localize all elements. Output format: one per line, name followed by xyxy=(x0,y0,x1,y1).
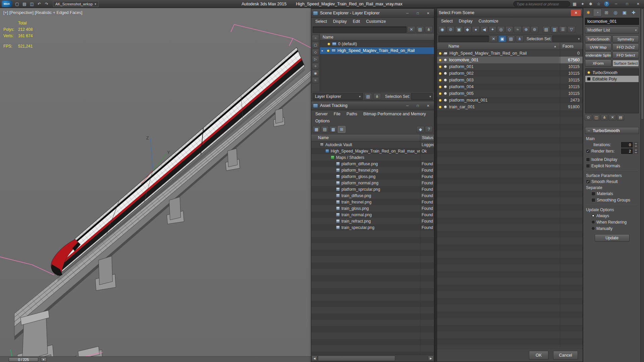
asset-name[interactable]: train_diffuse.png xyxy=(341,193,371,198)
asset-tracking-titlebar[interactable]: Asset Tracking ─ □ ✕ xyxy=(311,101,434,110)
filter-geometry-icon[interactable]: ▢ xyxy=(312,42,319,48)
display-geometry-icon[interactable]: ◆ xyxy=(464,26,471,33)
table-row[interactable]: Maps / Shaders xyxy=(311,154,434,161)
symmetry-button[interactable]: Symmetry xyxy=(612,36,639,43)
table-row[interactable]: train_fresnel.png Found xyxy=(311,199,434,205)
name-column-header[interactable]: Name xyxy=(437,44,459,49)
table-row[interactable]: platform_normal.png Found xyxy=(311,180,434,186)
table-row[interactable]: platform_001 10115 xyxy=(437,63,583,70)
table-row[interactable]: platform_mount_001 2473 xyxy=(437,97,583,104)
render-iters-checkbox[interactable]: ✓ xyxy=(586,149,590,153)
next-frame-button[interactable]: ▸ xyxy=(41,357,47,362)
time-slider-thumb[interactable]: 0 / 225 xyxy=(9,357,38,362)
explicit-normals-checkbox[interactable] xyxy=(586,164,590,168)
filter-shapes-icon[interactable]: ◇ xyxy=(312,49,319,55)
iterations-spinner[interactable]: ▴▾ xyxy=(634,142,638,147)
modifier-name[interactable]: Editable Poly xyxy=(592,77,617,81)
filter-spacewarps-icon[interactable]: ≈ xyxy=(312,77,319,83)
table-row[interactable]: platform_sprcular.png Found xyxy=(311,186,434,192)
pin-stack-icon[interactable]: ⊙ xyxy=(585,114,592,121)
filter-icon[interactable]: ▽ xyxy=(568,26,575,33)
table-row[interactable]: High_Speed_Maglev_Train_Red_on_Rail 0 xyxy=(437,50,583,57)
minimize-button[interactable]: ─ xyxy=(611,0,621,8)
edit-table-icon[interactable]: ▩ xyxy=(329,126,337,133)
maximize-button[interactable]: □ xyxy=(414,103,422,109)
asset-name[interactable]: train_specular.png xyxy=(341,225,374,230)
perspective-viewport[interactable]: Z Y [+] [Perspective] [Realistic + Edged… xyxy=(0,8,311,362)
menu-bitmap-performance[interactable]: Bitmap Performance and Memory xyxy=(360,112,429,116)
scrollbar-thumb[interactable] xyxy=(641,9,644,119)
filter-cameras-icon[interactable]: ✧ xyxy=(312,63,319,69)
asset-name[interactable]: train_gloss.png xyxy=(341,206,369,211)
workspace-selector[interactable]: AK_Screenshot_wrksp ▾ xyxy=(53,1,99,7)
table-row[interactable]: platform_fresnel.png Found xyxy=(311,167,434,173)
selection-set-combo[interactable]: ▾ xyxy=(552,36,581,42)
search-input[interactable] xyxy=(313,26,407,33)
undo-icon[interactable]: ↶ xyxy=(36,1,43,7)
panel-scrollbar[interactable] xyxy=(640,8,644,362)
when-rendering-radio[interactable] xyxy=(591,220,595,224)
viewport-label[interactable]: [+] [Perspective] [Realistic + Edged Fac… xyxy=(3,10,83,15)
status-column-header[interactable]: Status xyxy=(420,134,433,141)
object-name[interactable]: platform_003 xyxy=(449,78,559,82)
visibility-bulb-icon[interactable] xyxy=(439,59,442,62)
infocenter-star-icon[interactable]: ☆ xyxy=(595,1,602,7)
save-file-icon[interactable]: ◫ xyxy=(28,1,36,7)
menu-options[interactable]: Options xyxy=(312,119,333,123)
maximize-button[interactable]: □ xyxy=(622,0,632,8)
visibility-bulb-icon[interactable] xyxy=(439,79,442,82)
remove-modifier-icon[interactable]: ✕ xyxy=(609,114,616,121)
layer-view-icon[interactable]: ▤ xyxy=(507,36,515,42)
table-row[interactable]: train_normal.png Found xyxy=(311,212,434,218)
asset-name[interactable]: train_normal.png xyxy=(341,213,372,217)
close-button[interactable]: ✕ xyxy=(424,10,432,16)
ok-button[interactable]: OK xyxy=(529,351,548,360)
scrollbar-thumb[interactable] xyxy=(318,356,395,361)
tab-display[interactable]: ▣ xyxy=(620,9,629,16)
list-view-icon[interactable]: ▤ xyxy=(321,126,329,133)
smooth-result-checkbox[interactable]: ✓ xyxy=(586,180,590,184)
tab-modify[interactable]: ◔ xyxy=(593,9,602,16)
name-column-header[interactable]: Name xyxy=(320,34,434,41)
menu-paths[interactable]: Paths xyxy=(343,112,360,116)
always-radio[interactable] xyxy=(591,214,595,218)
clear-search-icon[interactable]: ✕ xyxy=(408,26,415,33)
expand-arrow-icon[interactable]: ▸ xyxy=(322,49,325,52)
train-model[interactable] xyxy=(51,48,305,276)
display-xrefs-icon[interactable]: ⊕ xyxy=(522,26,530,33)
column-chooser-icon[interactable]: ☰ xyxy=(559,26,567,33)
uvw-map-button[interactable]: UVW Map xyxy=(585,44,611,51)
visibility-bulb-icon[interactable] xyxy=(439,52,442,55)
table-row[interactable]: platform_diffuse.png Found xyxy=(311,161,434,167)
menu-select[interactable]: Select xyxy=(312,19,330,24)
renderable-spline-button[interactable]: enderable Splin xyxy=(585,52,611,59)
iterations-field[interactable]: 0 xyxy=(621,142,633,147)
layer-name[interactable]: High_Speed_Maglev_Train_Red_on_Rail xyxy=(337,48,415,53)
table-row[interactable]: platform_003 10115 xyxy=(437,77,583,83)
minimize-button[interactable]: ─ xyxy=(403,10,412,16)
table-row[interactable]: platform_002 10115 xyxy=(437,70,583,77)
materials-checkbox[interactable] xyxy=(591,192,595,196)
asset-table[interactable]: Autodesk Vault Logged High_Speed_Maglev_… xyxy=(311,141,434,355)
stack-item-turbosmooth[interactable]: TurboSmooth xyxy=(585,69,639,76)
asset-name[interactable]: platform_diffuse.png xyxy=(341,162,378,166)
visibility-bulb-icon[interactable] xyxy=(439,65,442,68)
modifier-enabled-bulb-icon[interactable] xyxy=(587,71,590,74)
display-helpers-icon[interactable]: ◎ xyxy=(497,26,505,33)
layer-view-icon[interactable]: ▤ xyxy=(416,26,424,33)
asset-name[interactable]: platform_fresnel.png xyxy=(341,168,378,173)
asset-name[interactable]: platform_gloss.png xyxy=(341,174,375,179)
stack-item-editable-poly[interactable]: Editable Poly xyxy=(585,76,639,82)
display-shapes-icon[interactable]: ● xyxy=(472,26,480,33)
name-column-header[interactable]: Name xyxy=(311,135,420,140)
horizontal-scrollbar[interactable]: ◀ ▶ xyxy=(311,355,434,362)
object-name[interactable]: platform_001 xyxy=(449,64,559,69)
xform-button[interactable]: XForm xyxy=(585,60,611,67)
configure-modifier-sets-icon[interactable]: ▤ xyxy=(617,114,624,121)
display-cameras-icon[interactable]: ✦ xyxy=(489,26,496,33)
visibility-bulb-icon[interactable] xyxy=(439,99,442,102)
find-input[interactable] xyxy=(438,36,489,42)
filter-helpers-icon[interactable]: ◉ xyxy=(312,70,319,76)
table-row[interactable]: train_refract.png Found xyxy=(311,218,434,224)
tab-utilities[interactable]: ✚ xyxy=(629,9,638,16)
